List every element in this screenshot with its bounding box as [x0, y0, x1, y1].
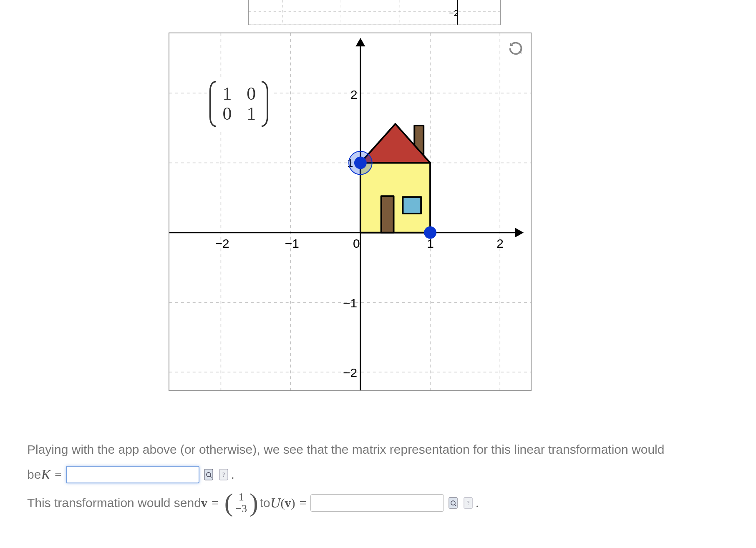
axis-labels: −2 −1 0 1 2 1 2 −1 −2 — [215, 88, 504, 380]
svg-text:0: 0 — [353, 236, 360, 250]
svg-rect-52 — [449, 498, 457, 508]
handle-point-2[interactable] — [424, 226, 436, 239]
help-icon-2[interactable]: ? — [462, 496, 474, 510]
vector-v: ( 1 −3 ) — [224, 491, 258, 514]
open-paren: ( — [280, 492, 285, 513]
house-shape — [360, 124, 430, 233]
preview-icon-1[interactable] — [203, 468, 214, 481]
transformation-plot[interactable]: −2 −1 0 1 2 1 2 −1 −2 — [169, 33, 532, 391]
matrix-overlay-clean: 1 0 0 1 — [207, 79, 273, 128]
question-line3-pre: This transformation would send — [27, 492, 201, 513]
svg-text:−1: −1 — [285, 236, 299, 250]
svg-text:−2: −2 — [449, 8, 459, 18]
svg-text:−2: −2 — [215, 236, 229, 250]
svg-text:1: 1 — [247, 103, 256, 123]
plot-svg: −2 −1 0 1 2 1 2 −1 −2 — [169, 33, 531, 390]
svg-marker-19 — [357, 39, 364, 46]
Uv-input[interactable] — [310, 494, 444, 512]
matrix-K-input[interactable] — [66, 466, 199, 483]
top-cropped-plot: −2 — [248, 0, 501, 25]
K-symbol: K — [41, 463, 50, 487]
svg-rect-33 — [403, 197, 421, 214]
svg-text:1: 1 — [222, 83, 232, 103]
question-text: Playing with the app above (or otherwise… — [27, 439, 728, 518]
period-2: . — [476, 492, 479, 513]
equals-2: = — [212, 492, 219, 513]
svg-rect-32 — [381, 196, 394, 233]
question-line2-pre: be — [27, 464, 41, 485]
preview-icon-2[interactable] — [447, 496, 459, 510]
svg-text:−2: −2 — [343, 366, 357, 380]
svg-marker-17 — [516, 229, 522, 236]
to-text: to — [260, 492, 270, 513]
period-1: . — [231, 464, 234, 485]
svg-text:?: ? — [222, 472, 225, 478]
svg-text:−1: −1 — [343, 296, 357, 310]
svg-rect-47 — [204, 469, 213, 480]
equals-1: = — [55, 464, 62, 485]
svg-text:?: ? — [467, 500, 469, 506]
equals-3: = — [299, 492, 306, 513]
close-paren: ) — [291, 492, 295, 513]
vec-bottom: −3 — [235, 503, 247, 514]
svg-text:0: 0 — [222, 103, 232, 123]
handle-point-1[interactable] — [354, 157, 367, 169]
svg-text:2: 2 — [496, 236, 504, 250]
v-symbol-2: v — [285, 492, 291, 513]
svg-text:2: 2 — [350, 88, 358, 101]
svg-text:0: 0 — [247, 83, 256, 103]
question-line1: Playing with the app above (or otherwise… — [27, 439, 664, 460]
vec-top: 1 — [239, 491, 244, 503]
U-symbol: U — [270, 491, 281, 515]
v-symbol: v — [201, 492, 207, 513]
help-icon-1[interactable]: ? — [218, 468, 229, 481]
reset-icon[interactable] — [508, 41, 523, 56]
svg-rect-42 — [207, 79, 273, 128]
top-fragment-svg: −2 — [249, 0, 500, 25]
